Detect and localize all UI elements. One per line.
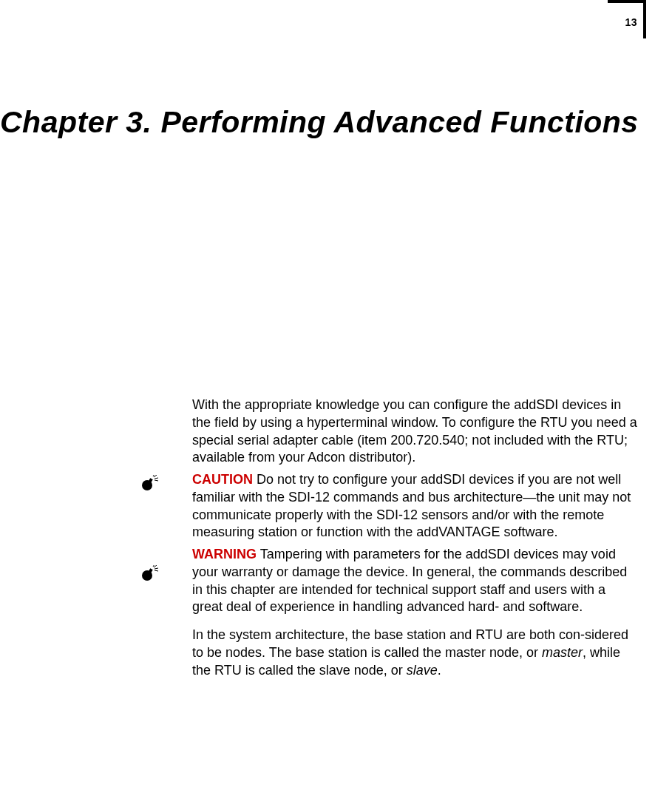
- page: 13 Chapter 3. Performing Advanced Functi…: [0, 0, 672, 793]
- svg-line-5: [153, 475, 155, 476]
- corner-rule-vertical: [643, 0, 646, 38]
- arch-text-post: .: [438, 663, 441, 678]
- caution-label: CAUTION: [192, 472, 253, 487]
- svg-line-11: [153, 565, 155, 567]
- warning-text: Tampering with parameters for the addSDI…: [192, 547, 627, 614]
- svg-line-10: [155, 570, 158, 571]
- warning-bomb-icon: [140, 565, 160, 581]
- caution-paragraph: CAUTION Do not try to configure your add…: [192, 471, 637, 541]
- body-column: With the appropriate knowledge you can c…: [192, 396, 637, 684]
- page-number: 13: [625, 16, 637, 28]
- arch-text-master: master: [542, 645, 583, 660]
- warning-paragraph: WARNING Tampering with parameters for th…: [192, 546, 637, 616]
- intro-paragraph: With the appropriate knowledge you can c…: [192, 396, 637, 467]
- svg-line-3: [155, 478, 158, 479]
- svg-line-4: [155, 480, 158, 481]
- architecture-paragraph: In the system architecture, the base sta…: [192, 627, 637, 679]
- caution-bomb-icon: [140, 475, 160, 491]
- chapter-title: Chapter 3. Performing Advanced Functions: [0, 104, 642, 141]
- svg-line-9: [155, 568, 158, 569]
- warning-label: WARNING: [192, 547, 257, 561]
- caution-text: Do not try to configure your addSDI devi…: [192, 472, 631, 539]
- arch-text-slave: slave: [407, 663, 438, 678]
- corner-rule-horizontal: [608, 0, 646, 3]
